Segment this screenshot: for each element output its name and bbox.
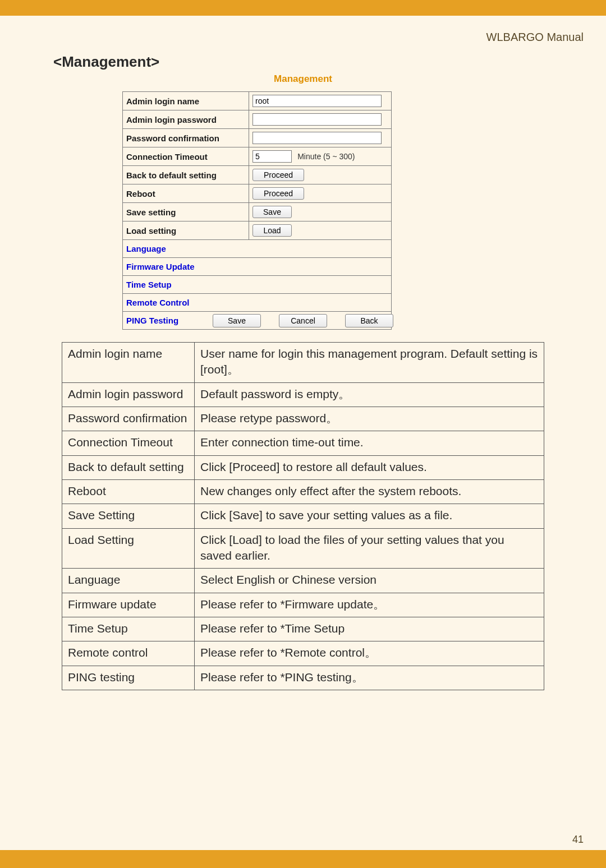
admin-login-password-label: Admin login password bbox=[123, 110, 249, 129]
desc-key: Firmware update bbox=[62, 593, 195, 617]
admin-login-name-input[interactable] bbox=[252, 95, 382, 107]
desc-key: Save Setting bbox=[62, 504, 195, 528]
load-setting-label: Load setting bbox=[123, 221, 249, 240]
desc-key: Reboot bbox=[62, 480, 195, 504]
desc-key: PING testing bbox=[62, 666, 195, 690]
desc-key: Back to default setting bbox=[62, 455, 195, 479]
desc-key: Admin login password bbox=[62, 382, 195, 407]
back-button[interactable]: Back bbox=[345, 314, 393, 327]
desc-value: Please refer to *Time Setup bbox=[195, 617, 544, 641]
desc-key: Time Setup bbox=[62, 617, 195, 641]
connection-timeout-input[interactable] bbox=[252, 150, 292, 163]
desc-value: Select English or Chinese version bbox=[195, 569, 544, 593]
desc-value: Default password is empty。 bbox=[195, 382, 544, 407]
desc-value: Click [Load] to load the files of your s… bbox=[195, 528, 544, 569]
reboot-proceed-button[interactable]: Proceed bbox=[252, 187, 304, 200]
admin-login-password-input[interactable] bbox=[252, 113, 382, 126]
router-heading: Management bbox=[274, 73, 332, 85]
connection-timeout-note: Minute (5 ~ 300) bbox=[297, 152, 355, 161]
cancel-button[interactable]: Cancel bbox=[279, 314, 327, 327]
desc-key: Password confirmation bbox=[62, 407, 195, 431]
password-confirmation-label: Password confirmation bbox=[123, 129, 249, 147]
desc-key: Connection Timeout bbox=[62, 431, 195, 455]
back-default-label: Back to default setting bbox=[123, 166, 249, 184]
desc-value: Enter connection time-out time. bbox=[195, 431, 544, 455]
bottom-bar bbox=[0, 851, 606, 868]
desc-key: Language bbox=[62, 569, 195, 593]
time-setup-link[interactable]: Time Setup bbox=[126, 280, 172, 289]
connection-timeout-label: Connection Timeout bbox=[123, 147, 249, 166]
desc-value: Click [Save] to save your setting values… bbox=[195, 504, 544, 528]
action-button-row: Save Cancel Back bbox=[213, 314, 393, 327]
desc-key: Admin login name bbox=[62, 343, 195, 383]
section-title: <Management> bbox=[53, 53, 159, 71]
reboot-label: Reboot bbox=[123, 184, 249, 203]
save-setting-label: Save setting bbox=[123, 203, 249, 221]
desc-value: New changes only effect after the system… bbox=[195, 480, 544, 504]
desc-value: User name for login this management prog… bbox=[195, 343, 544, 383]
desc-value: Please refer to *Firmware update。 bbox=[195, 593, 544, 617]
desc-value: Please refer to *PING testing。 bbox=[195, 666, 544, 690]
top-bar bbox=[0, 0, 606, 16]
password-confirmation-input[interactable] bbox=[252, 132, 382, 144]
page-number: 41 bbox=[572, 834, 584, 846]
desc-key: Remote control bbox=[62, 641, 195, 666]
ping-testing-link[interactable]: PING Testing bbox=[126, 316, 178, 325]
admin-login-name-label: Admin login name bbox=[123, 92, 249, 110]
manual-header: WLBARGO Manual bbox=[486, 31, 584, 44]
description-table: Admin login nameUser name for login this… bbox=[62, 342, 544, 690]
load-setting-button[interactable]: Load bbox=[252, 224, 292, 237]
desc-value: Please refer to *Remote control。 bbox=[195, 641, 544, 666]
router-settings-table: Admin login name Admin login password Pa… bbox=[122, 91, 392, 330]
back-default-proceed-button[interactable]: Proceed bbox=[252, 169, 304, 181]
remote-control-link[interactable]: Remote Control bbox=[126, 298, 190, 307]
desc-value: Click [Proceed] to restore all default v… bbox=[195, 455, 544, 479]
save-setting-button[interactable]: Save bbox=[252, 206, 292, 218]
language-link[interactable]: Language bbox=[126, 244, 166, 253]
desc-key: Load Setting bbox=[62, 528, 195, 569]
desc-value: Please retype password。 bbox=[195, 407, 544, 431]
save-button[interactable]: Save bbox=[213, 314, 261, 327]
firmware-update-link[interactable]: Firmware Update bbox=[126, 262, 195, 271]
